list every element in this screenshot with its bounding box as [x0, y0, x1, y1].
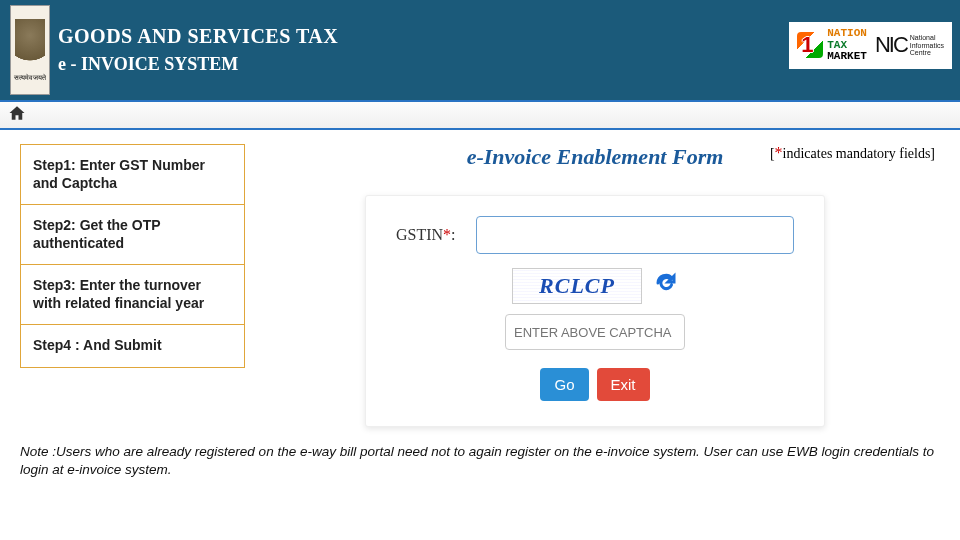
gstin-input[interactable]	[476, 216, 794, 254]
national-emblem: सत्यमेव जयते	[10, 5, 50, 95]
emblem-graphic	[15, 19, 45, 74]
ntm-line2: TAX	[827, 39, 847, 51]
step-item-1: Step1: Enter GST Number and Captcha	[21, 145, 244, 205]
note-text: Users who are already registered on the …	[20, 444, 934, 477]
gstin-row: GSTIN*:	[396, 216, 794, 254]
captcha-input[interactable]	[505, 314, 685, 350]
captcha-image: RCLCP	[512, 268, 642, 304]
mandatory-fields-note: [*indicates mandatory fields]	[770, 144, 935, 162]
note-label: Note :	[20, 444, 56, 459]
emblem-motto: सत्यमेव जयते	[14, 74, 47, 82]
gstin-label: GSTIN*:	[396, 226, 476, 244]
nic-text: National Informatics Centre	[910, 34, 944, 56]
footer-note: Note :Users who are already registered o…	[0, 427, 960, 487]
nic-logo: NIC National Informatics Centre	[875, 32, 944, 58]
captcha-row: RCLCP	[396, 268, 794, 304]
nic-mark: NIC	[875, 32, 907, 58]
ntm-line3: MARKET	[827, 50, 867, 62]
exit-button[interactable]: Exit	[597, 368, 650, 401]
form-area: e-Invoice Enablement Form [*indicates ma…	[245, 144, 925, 427]
app-header: सत्यमेव जयते GOODS AND SERVICES TAX e - …	[0, 0, 960, 100]
ntm-text: NATION TAX MARKET	[827, 28, 867, 63]
header-title-line1: GOODS AND SERVICES TAX	[58, 25, 338, 48]
one-nation-tax-market-logo: 1 NATION TAX MARKET	[797, 28, 867, 63]
ntm-line1: NATION	[827, 27, 867, 39]
main-content: Step1: Enter GST Number and Captcha Step…	[0, 130, 960, 427]
ntm-flag-icon: 1	[797, 32, 823, 58]
go-button[interactable]: Go	[540, 368, 588, 401]
partner-logos: 1 NATION TAX MARKET NIC National Informa…	[789, 22, 952, 69]
steps-panel: Step1: Enter GST Number and Captcha Step…	[20, 144, 245, 368]
step-item-2: Step2: Get the OTP authenticated	[21, 205, 244, 265]
header-title-line2: e - INVOICE SYSTEM	[58, 54, 338, 75]
form-buttons: Go Exit	[396, 368, 794, 401]
navbar	[0, 100, 960, 130]
step-item-4: Step4 : And Submit	[21, 325, 244, 367]
enablement-form-card: GSTIN*: RCLCP Go Exit	[365, 195, 825, 427]
refresh-captcha-icon[interactable]	[654, 271, 678, 302]
step-item-3: Step3: Enter the turnover with related f…	[21, 265, 244, 325]
home-icon[interactable]	[8, 104, 26, 127]
header-titles: GOODS AND SERVICES TAX e - INVOICE SYSTE…	[58, 25, 338, 75]
